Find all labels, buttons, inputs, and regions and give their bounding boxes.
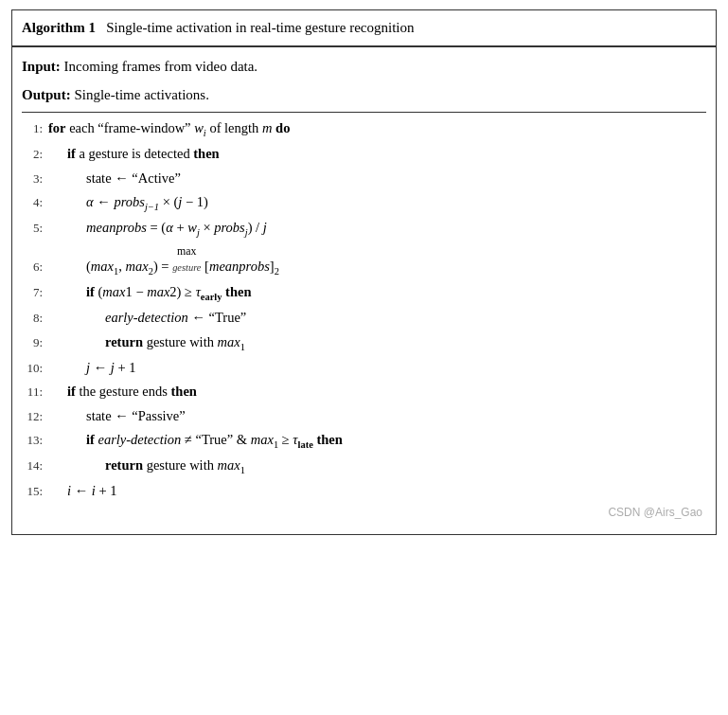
output-section: Output: Single-time activations. <box>22 83 706 106</box>
line-number: 15: <box>22 481 48 503</box>
algorithm-line: 7:if (max1 − max2) ≥ τearly then <box>22 280 706 306</box>
algorithm-line: 13:if early-detection ≠ “True” & max1 ≥ … <box>22 428 706 454</box>
line-content: early-detection ← “True” <box>48 306 706 330</box>
algorithm-line: 2:if a gesture is detected then <box>22 142 706 166</box>
line-number: 11: <box>22 382 48 403</box>
algorithm-line: 1:for each “frame-window” wi of length m… <box>22 116 706 142</box>
line-number: 8: <box>22 308 48 330</box>
algorithm-line: 10:j ← j + 1 <box>22 356 706 380</box>
line-content: meanprobs = (α + wj × probsj) / j <box>48 216 706 241</box>
line-content: if (max1 − max2) ≥ τearly then <box>48 280 706 306</box>
line-number: 2: <box>22 144 48 166</box>
algorithm-box: Algorithm 1 Single-time activation in re… <box>11 9 717 535</box>
line-number: 3: <box>22 169 48 190</box>
line-number: 5: <box>22 218 48 240</box>
output-label: Output: <box>22 87 71 102</box>
line-content: if a gesture is detected then <box>48 142 706 166</box>
algorithm-line: 9:return gesture with max1 <box>22 331 706 356</box>
line-content: return gesture with max1 <box>48 454 706 479</box>
line-number: 7: <box>22 282 48 304</box>
watermark: CSDN @Airs_Gao <box>22 504 706 523</box>
line-content: if early-detection ≠ “True” & max1 ≥ τla… <box>48 428 706 454</box>
algorithm-line: 8:early-detection ← “True” <box>22 306 706 330</box>
input-label: Input: <box>22 59 61 74</box>
algorithm-line: 12:state ← “Passive” <box>22 404 706 428</box>
line-content: state ← “Active” <box>48 167 706 190</box>
input-text: Incoming frames from video data. <box>64 59 258 74</box>
line-content: i ← i + 1 <box>48 479 706 503</box>
line-content: for each “frame-window” wi of length m d… <box>48 116 706 142</box>
line-number: 1: <box>22 118 48 140</box>
line-number: 10: <box>22 358 48 380</box>
algorithm-line: 5:meanprobs = (α + wj × probsj) / j <box>22 216 706 241</box>
algorithm-subtitle: Single-time activation in real-time gest… <box>99 20 415 35</box>
output-text: Single-time activations. <box>74 87 208 102</box>
line-number: 13: <box>22 430 48 452</box>
line-content: (max1, max2) = maxgesture [meanprobs]2 <box>48 241 706 280</box>
line-number: 4: <box>22 192 48 214</box>
line-number: 14: <box>22 456 48 477</box>
input-section: Input: Incoming frames from video data. <box>22 55 706 78</box>
line-content: if the gesture ends then <box>48 380 706 403</box>
algorithm-line: 14:return gesture with max1 <box>22 454 706 479</box>
line-number: 12: <box>22 406 48 428</box>
line-number: 6: <box>22 257 48 278</box>
line-content: α ← probsj−1 × (j − 1) <box>48 190 706 216</box>
algorithm-line: 6:(max1, max2) = maxgesture [meanprobs]2 <box>22 241 706 280</box>
algorithm-header: Algorithm 1 Single-time activation in re… <box>12 10 716 47</box>
algorithm-line: 15:i ← i + 1 <box>22 479 706 503</box>
algorithm-line: 3:state ← “Active” <box>22 167 706 190</box>
divider <box>22 112 706 113</box>
line-content: state ← “Passive” <box>48 404 706 428</box>
algorithm-body: Input: Incoming frames from video data. … <box>12 47 716 534</box>
lines-section: 1:for each “frame-window” wi of length m… <box>22 116 706 504</box>
line-content: j ← j + 1 <box>48 356 706 380</box>
line-number: 9: <box>22 332 48 354</box>
algorithm-line: 4:α ← probsj−1 × (j − 1) <box>22 190 706 216</box>
line-content: return gesture with max1 <box>48 331 706 356</box>
algorithm-title: Algorithm 1 <box>22 20 96 35</box>
algorithm-line: 11:if the gesture ends then <box>22 380 706 403</box>
